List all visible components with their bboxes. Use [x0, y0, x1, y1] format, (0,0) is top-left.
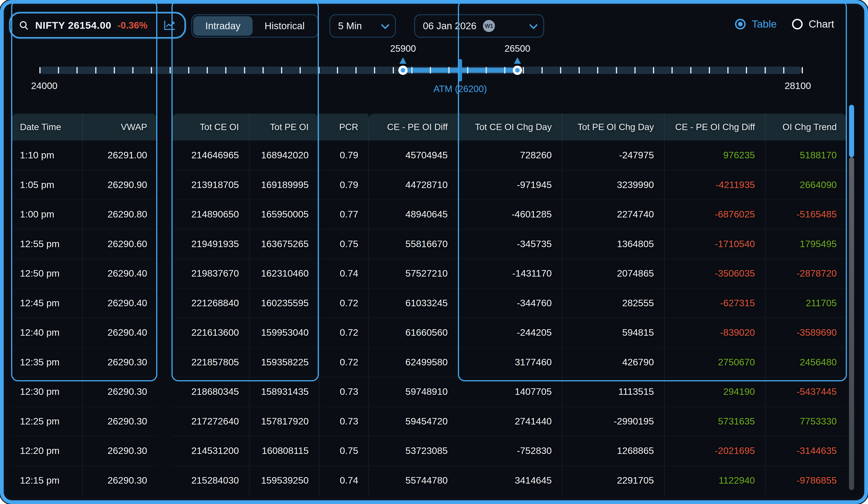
- symbol-search-box[interactable]: NIFTY 26154.00 -0.36%: [9, 12, 186, 39]
- table-cell: 2274740: [562, 199, 664, 229]
- column-gap: [157, 347, 172, 377]
- table-cell: 26290.80: [82, 199, 157, 229]
- table-cell: 0.72: [319, 347, 369, 377]
- slider-tick: [597, 67, 598, 73]
- symbol-change: -0.36%: [117, 20, 148, 31]
- table-cell: -2990195: [562, 406, 664, 436]
- table-cell: 0.75: [319, 229, 369, 259]
- table-cell: 219837670: [172, 259, 249, 288]
- column-gap: [157, 170, 172, 200]
- table-cell: 0.74: [319, 465, 369, 495]
- table-cell: 2750670: [664, 347, 765, 377]
- table-cell: 162310460: [249, 259, 319, 288]
- table-cell: 59454720: [369, 406, 458, 436]
- row-time: 1:05 pm: [11, 170, 82, 200]
- table-cell: 2074865: [562, 259, 664, 288]
- table-cell: 59748910: [369, 377, 458, 406]
- column-gap: [157, 465, 172, 495]
- table-cell: -2021695: [664, 436, 765, 465]
- scrollbar[interactable]: [849, 105, 854, 490]
- radio-chart-label: Chart: [809, 18, 834, 30]
- table-cell: 1268865: [562, 436, 664, 465]
- slider-tick: [207, 67, 208, 73]
- table-cell: 3414645: [458, 465, 562, 495]
- table-cell: 0.77: [319, 199, 369, 229]
- table-cell: 159953040: [249, 317, 319, 347]
- table-cell: 44728710: [369, 170, 458, 200]
- slider-tick: [690, 67, 691, 73]
- slider-tick: [430, 67, 431, 73]
- table-cell: -344760: [458, 288, 562, 318]
- interval-dropdown[interactable]: 5 Min: [330, 14, 396, 38]
- table-cell: -9786855: [765, 465, 847, 495]
- scrollbar-track[interactable]: [849, 157, 854, 490]
- table-cell: -247975: [562, 140, 664, 170]
- table-cell: -752830: [458, 436, 562, 465]
- radio-table[interactable]: Table: [735, 18, 777, 30]
- table-cell: 26290.30: [82, 406, 157, 436]
- table-cell: 168942020: [249, 140, 319, 170]
- table-cell: 214890650: [172, 199, 249, 229]
- table-cell: -3144635: [765, 436, 847, 465]
- table-cell: 48940645: [369, 199, 458, 229]
- chevron-down-icon: [529, 21, 538, 29]
- table-cell: 0.72: [319, 317, 369, 347]
- column-gap: [157, 199, 172, 229]
- table-cell: 211705: [765, 288, 847, 318]
- table-cell: -627315: [664, 288, 765, 318]
- atm-marker: [458, 59, 462, 81]
- table-cell: 2456480: [765, 347, 847, 377]
- slider-tick: [300, 67, 301, 73]
- table-cell: 1113515: [562, 377, 664, 406]
- slider-tick: [39, 67, 41, 73]
- strike-range-slider[interactable]: 25900 26500 ATM (26200) 24000 28100: [39, 67, 802, 74]
- column-gap: [157, 317, 172, 347]
- slider-tick: [337, 67, 338, 73]
- table-cell: 157817920: [249, 406, 319, 436]
- slider-tick: [802, 67, 803, 73]
- date-dropdown[interactable]: 06 Jan 2026 W1: [414, 14, 544, 38]
- table-cell: 0.73: [319, 406, 369, 436]
- right-range-handle[interactable]: [513, 65, 522, 75]
- slider-tick: [746, 67, 747, 73]
- table-cell: 1795495: [765, 229, 847, 259]
- column-gap: [157, 377, 172, 406]
- price-chart-icon[interactable]: [163, 19, 177, 31]
- chevron-down-icon: [381, 21, 390, 29]
- table-cell: 0.79: [319, 170, 369, 200]
- slider-tick: [244, 67, 245, 73]
- slider-tick: [727, 67, 728, 73]
- left-handle-value: 25900: [390, 43, 416, 54]
- column-header: VWAP: [82, 114, 157, 140]
- slider-tick: [765, 67, 766, 73]
- table-cell: -6876025: [664, 199, 765, 229]
- tab-intraday[interactable]: Intraday: [193, 16, 252, 36]
- table-cell: -5437445: [765, 377, 847, 406]
- table-cell: 160808115: [249, 436, 319, 465]
- slider-tick: [281, 67, 282, 73]
- table-cell: 158931435: [249, 377, 319, 406]
- slider-tick: [58, 67, 59, 73]
- column-header: CE - PE OI Diff: [369, 114, 458, 140]
- tab-historical[interactable]: Historical: [252, 16, 317, 36]
- table-cell: 1407705: [458, 377, 562, 406]
- left-handle-arrow-icon: [400, 57, 406, 64]
- column-gap: [157, 114, 172, 140]
- slider-tick: [709, 67, 710, 73]
- week-badge: W1: [483, 20, 495, 32]
- radio-chart[interactable]: Chart: [792, 18, 834, 30]
- table-cell: 55744780: [369, 465, 458, 495]
- table-cell: 61033245: [369, 288, 458, 318]
- table-cell: -345735: [458, 229, 562, 259]
- column-header: CE - PE OI Chg Diff: [664, 114, 765, 140]
- table-cell: 2741440: [458, 406, 562, 436]
- table-cell: 159358225: [249, 347, 319, 377]
- left-range-handle[interactable]: [398, 65, 407, 75]
- table-cell: 219491935: [172, 229, 249, 259]
- table-cell: 160235595: [249, 288, 319, 318]
- column-header: OI Chg Trend: [765, 114, 847, 140]
- table-cell: 728260: [458, 140, 562, 170]
- slider-tick: [504, 67, 505, 73]
- scrollbar-thumb[interactable]: [849, 105, 854, 157]
- slider-tick: [151, 67, 152, 73]
